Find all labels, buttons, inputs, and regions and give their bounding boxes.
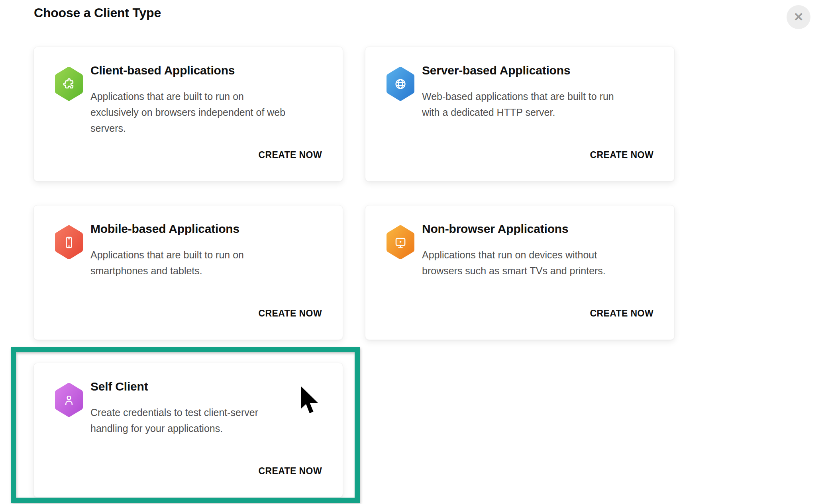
card-server-based-applications[interactable]: Server-based Applications Web-based appl… (365, 47, 675, 182)
card-title: Mobile-based Applications (90, 222, 239, 236)
create-now-link-server-based[interactable]: CREATE NOW (590, 150, 653, 160)
close-button[interactable]: ✕ (787, 5, 810, 29)
create-now-link-self-client[interactable]: CREATE NOW (259, 466, 322, 477)
choose-client-type-dialog: Choose a Client Type ✕ Client-based Appl… (0, 0, 830, 504)
card-client-based-applications[interactable]: Client-based Applications Applications t… (33, 47, 343, 182)
create-now-link-non-browser[interactable]: CREATE NOW (590, 308, 653, 319)
tv-play-icon (387, 225, 414, 259)
create-now-link-mobile-based[interactable]: CREATE NOW (259, 308, 322, 319)
card-description: Applications that run on devices without… (422, 247, 623, 279)
smartphone-icon (55, 225, 83, 259)
card-description: Applications that are built to run on ex… (90, 88, 292, 136)
card-non-browser-applications[interactable]: Non-browser Applications Applications th… (365, 205, 675, 340)
card-title: Non-browser Applications (422, 222, 568, 236)
close-icon: ✕ (793, 11, 803, 23)
card-description: Create credentials to test client-server… (90, 404, 292, 436)
card-mobile-based-applications[interactable]: Mobile-based Applications Applications t… (33, 205, 343, 340)
card-self-client[interactable]: Self Client Create credentials to test c… (33, 363, 343, 498)
person-icon (55, 383, 83, 417)
puzzle-icon (55, 67, 83, 101)
globe-icon (387, 67, 414, 101)
card-description: Web-based applications that are built to… (422, 88, 623, 120)
card-description: Applications that are built to run on sm… (90, 247, 292, 279)
page-title: Choose a Client Type (34, 6, 161, 20)
card-title: Server-based Applications (422, 64, 570, 77)
card-title: Client-based Applications (90, 64, 235, 77)
card-title: Self Client (90, 380, 148, 393)
create-now-link-client-based[interactable]: CREATE NOW (259, 150, 322, 160)
